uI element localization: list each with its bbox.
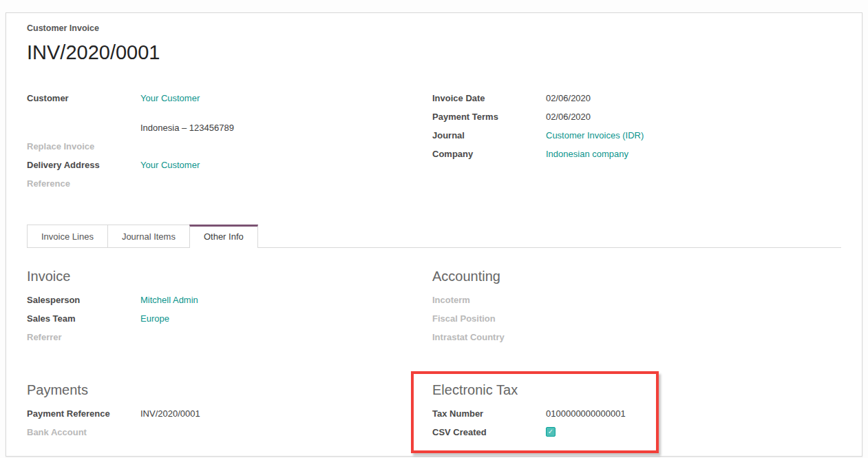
- field-replace-invoice: Replace Invoice: [27, 141, 432, 153]
- csv-created-checkbox[interactable]: ✓: [546, 427, 555, 437]
- invoice-form-panel: Customer Invoice INV/2020/0001 Customer …: [6, 12, 862, 457]
- delivery-address-value-link[interactable]: Your Customer: [140, 160, 200, 170]
- checkmark-icon: ✓: [548, 428, 553, 435]
- incoterm-label: Incoterm: [432, 295, 546, 305]
- tab-journal-items[interactable]: Journal Items: [107, 225, 190, 247]
- intrastat-country-label: Intrastat Country: [432, 332, 546, 342]
- journal-label: Journal: [432, 130, 546, 140]
- field-referrer: Referrer: [27, 332, 432, 344]
- group-accounting-heading: Accounting: [432, 269, 841, 284]
- bank-account-label: Bank Account: [27, 427, 140, 437]
- field-company: Company Indonesian company: [432, 149, 841, 160]
- salesperson-label: Salesperson: [27, 295, 140, 305]
- invoice-date-label: Invoice Date: [432, 93, 546, 103]
- doc-type-label: Customer Invoice: [27, 23, 841, 33]
- field-reference: Reference: [27, 178, 432, 190]
- payment-terms-value[interactable]: 02/06/2020: [546, 112, 591, 122]
- payment-reference-label: Payment Reference: [27, 408, 140, 419]
- delivery-address-label: Delivery Address: [27, 160, 140, 170]
- group-row-top: Invoice Salesperson Mitchell Admin Sales…: [27, 269, 841, 351]
- field-salesperson: Salesperson Mitchell Admin: [27, 295, 432, 306]
- salesperson-value-link[interactable]: Mitchell Admin: [140, 295, 198, 305]
- replace-invoice-label: Replace Invoice: [27, 141, 140, 152]
- group-row-bottom: Payments Payment Reference INV/2020/0001…: [27, 382, 841, 446]
- payment-reference-value[interactable]: INV/2020/0001: [140, 408, 200, 419]
- group-electronic-tax-heading: Electronic Tax: [432, 382, 841, 398]
- field-bank-account: Bank Account: [27, 427, 432, 439]
- header-fields-right: Invoice Date 02/06/2020 Payment Terms 02…: [432, 93, 841, 197]
- group-invoice: Invoice Salesperson Mitchell Admin Sales…: [27, 269, 432, 351]
- sales-team-value-link[interactable]: Europe: [140, 313, 169, 324]
- group-payments: Payments Payment Reference INV/2020/0001…: [27, 382, 432, 446]
- payment-terms-label: Payment Terms: [432, 112, 546, 122]
- field-sales-team: Sales Team Europe: [27, 313, 432, 325]
- customer-address-value: Indonesia – 123456789: [140, 123, 234, 133]
- tax-number-value[interactable]: 0100000000000001: [546, 408, 626, 419]
- tab-invoice-lines[interactable]: Invoice Lines: [27, 225, 108, 247]
- invoice-number-title: INV/2020/0001: [27, 41, 841, 64]
- csv-created-label: CSV Created: [432, 427, 546, 437]
- notebook-tabbar: Invoice Lines Journal Items Other Info: [27, 225, 841, 248]
- invoice-date-value[interactable]: 02/06/2020: [546, 93, 591, 103]
- header-fields-left: Customer Your Customer Indonesia – 12345…: [27, 93, 432, 197]
- field-payment-terms: Payment Terms 02/06/2020: [432, 112, 841, 123]
- field-invoice-date: Invoice Date 02/06/2020: [432, 93, 841, 105]
- reference-label: Reference: [27, 178, 140, 189]
- field-intrastat-country: Intrastat Country: [432, 332, 841, 344]
- customer-label: Customer: [27, 93, 140, 103]
- header-fields: Customer Your Customer Indonesia – 12345…: [27, 93, 841, 197]
- tax-number-label: Tax Number: [432, 408, 546, 419]
- group-invoice-heading: Invoice: [27, 269, 432, 284]
- journal-value-link[interactable]: Customer Invoices (IDR): [546, 130, 644, 140]
- group-accounting: Accounting Incoterm Fiscal Position Intr…: [432, 269, 841, 351]
- fiscal-position-label: Fiscal Position: [432, 313, 546, 324]
- customer-value-link[interactable]: Your Customer: [140, 93, 200, 103]
- company-value-link[interactable]: Indonesian company: [546, 149, 628, 159]
- invoice-sheet: Customer Invoice INV/2020/0001 Customer …: [6, 13, 862, 456]
- referrer-label: Referrer: [27, 332, 140, 342]
- field-fiscal-position: Fiscal Position: [432, 313, 841, 325]
- group-payments-heading: Payments: [27, 382, 432, 398]
- field-journal: Journal Customer Invoices (IDR): [432, 130, 841, 142]
- field-customer-address: Indonesia – 123456789: [27, 123, 432, 134]
- field-incoterm: Incoterm: [432, 295, 841, 306]
- field-csv-created: CSV Created ✓: [432, 427, 841, 439]
- group-electronic-tax: Electronic Tax Tax Number 01000000000000…: [432, 382, 841, 446]
- other-info-tab-content: Invoice Salesperson Mitchell Admin Sales…: [27, 248, 841, 446]
- tab-other-info[interactable]: Other Info: [189, 225, 258, 248]
- sales-team-label: Sales Team: [27, 313, 140, 324]
- field-delivery-address: Delivery Address Your Customer: [27, 160, 432, 171]
- company-label: Company: [432, 149, 546, 159]
- field-payment-reference: Payment Reference INV/2020/0001: [27, 408, 432, 420]
- field-tax-number: Tax Number 0100000000000001: [432, 408, 841, 420]
- field-customer: Customer Your Customer: [27, 93, 432, 105]
